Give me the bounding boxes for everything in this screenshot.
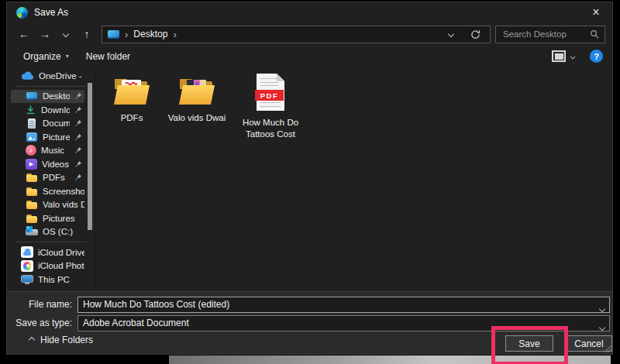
sidebar-separator [15,242,87,242]
sidebar-item-label: OS (C:) [43,227,73,236]
sidebar-item-onedrive[interactable]: OneDrive - Person [11,69,84,83]
file-name-label: File name: [7,299,78,310]
hide-folders-button[interactable]: Hide Folders [29,335,93,345]
pdf-text-lines [260,78,278,88]
downloads-icon [26,105,36,115]
folder-icon [26,199,38,210]
address-dropdown-button[interactable] [442,26,460,43]
dialog-body: OneDrive - Person Desktop Downloads Docu… [7,67,612,291]
icloud-photos-icon [21,260,33,272]
videos-icon: ▶ [26,159,37,170]
folder-item-pdfs[interactable]: PDFs [106,74,157,124]
icloud-drive-icon [21,246,33,258]
this-pc-icon [21,274,33,285]
folder-item-valo-vids-dwai[interactable]: Valo vids Dwai [165,74,229,124]
file-name-dropdown-button[interactable] [600,303,604,314]
recent-locations-button[interactable] [56,25,76,43]
close-button[interactable]: × [580,2,612,22]
os-drive-icon [26,226,38,237]
pin-icon [74,160,82,168]
back-button[interactable]: ← [14,25,34,43]
file-list-area[interactable]: PDFs Valo vids Dwai [95,67,612,291]
folder-icon [26,186,38,197]
chevron-down-icon [448,31,454,37]
sidebar-item-label: Valo vids Dwai [43,200,84,209]
file-name-row: File name: [7,296,610,313]
pictures-icon [26,132,38,143]
sidebar-item-documents[interactable]: Documents [11,117,84,131]
dialog-footer: File name: Save as type: Adobe Acrobat D… [7,291,612,354]
sidebar-item-label: Downloads [41,105,70,115]
file-label: PDFs [121,112,143,124]
save-type-combo: Adobe Acrobat Document [78,315,610,331]
chevron-up-icon [29,337,35,343]
edge-icon [16,7,28,19]
organize-button[interactable]: Organize ▾ [16,48,76,65]
save-button[interactable]: Save [505,335,553,352]
file-name-input[interactable] [78,297,610,313]
sidebar-item-desktop[interactable]: Desktop [11,90,84,104]
navigation-pane: OneDrive - Person Desktop Downloads Docu… [7,67,95,291]
file-label: Valo vids Dwai [168,112,226,124]
file-label: How Much Do Tattoos Cost [236,117,305,140]
sidebar-item-label: iCloud Drive [38,248,84,257]
address-bar[interactable]: › Desktop › [102,26,491,43]
search-box[interactable] [495,26,605,43]
open-folder-icon [177,74,216,106]
chevron-down-icon [599,305,605,311]
search-icon [590,29,599,39]
organize-label: Organize [23,51,61,62]
pin-icon [74,106,82,114]
up-button[interactable]: ↑ [77,25,97,43]
save-type-row: Save as type: Adobe Acrobat Document [7,314,610,331]
help-button[interactable]: ? [590,50,603,63]
sidebar-item-this-pc[interactable]: This PC [11,273,84,287]
chevron-down-icon [570,53,576,59]
sidebar-item-valo-vids-dwai[interactable]: Valo vids Dwai [11,198,84,212]
sidebar-item-label: Desktop [43,91,70,101]
pin-icon [74,173,82,181]
sidebar-item-downloads[interactable]: Downloads [11,103,84,117]
navigation-bar: ← → ↑ › Desktop › [7,22,612,46]
title-bar: Save As × [7,2,612,22]
cancel-button[interactable]: Cancel [566,335,612,352]
sidebar-item-videos[interactable]: ▶ Videos [11,157,84,171]
breadcrumb-desktop[interactable]: Desktop [133,29,167,39]
sidebar-item-label: PDFs [43,173,65,182]
sidebar-item-label: Pictures [43,214,75,223]
sidebar-item-os-c[interactable]: OS (C:) [11,225,84,239]
sidebar-item-pictures-folder[interactable]: Pictures [11,211,84,225]
sidebar-item-label: Videos [42,160,69,169]
file-name-combo [78,297,610,313]
thumbnail-view-icon [552,50,566,62]
search-input[interactable] [501,29,587,39]
save-type-dropdown-button[interactable] [600,321,604,332]
new-folder-button[interactable]: New folder [79,48,137,65]
sidebar-item-icloud-drive[interactable]: iCloud Drive [11,246,84,259]
music-icon: ♪ [26,145,36,156]
refresh-button[interactable] [466,26,484,43]
sidebar-item-pdfs[interactable]: PDFs [11,171,84,185]
sidebar-item-screenshots[interactable]: Screenshots [11,184,84,198]
sidebar-item-pictures[interactable]: Pictures [11,130,84,144]
chevron-down-icon: ▾ [66,53,69,60]
sidebar-item-icloud-photos[interactable]: iCloud Photos [11,259,84,273]
sidebar-item-label: iCloud Photos [38,261,84,270]
sidebar-item-label: Screenshots [43,187,84,196]
chevron-down-icon [599,324,605,330]
view-mode-button[interactable] [545,47,582,65]
forward-button[interactable]: → [35,25,55,43]
chevron-right-icon: › [173,29,176,39]
folder-icon [26,213,38,224]
sidebar-scrollbar[interactable] [88,83,92,230]
sidebar-item-label: OneDrive - Person [39,71,84,81]
open-folder-icon [112,74,151,106]
file-item-how-much-do-tattoos-cost[interactable]: PDF How Much Do Tattoos Cost [236,74,305,140]
chevron-right-icon: › [125,29,128,39]
new-folder-label: New folder [86,51,130,62]
save-type-select[interactable]: Adobe Acrobat Document [78,315,610,331]
sidebar-item-label: Pictures [43,132,70,142]
documents-icon [26,118,38,129]
sidebar-item-label: This PC [38,275,70,284]
sidebar-item-music[interactable]: ♪ Music [11,144,84,158]
